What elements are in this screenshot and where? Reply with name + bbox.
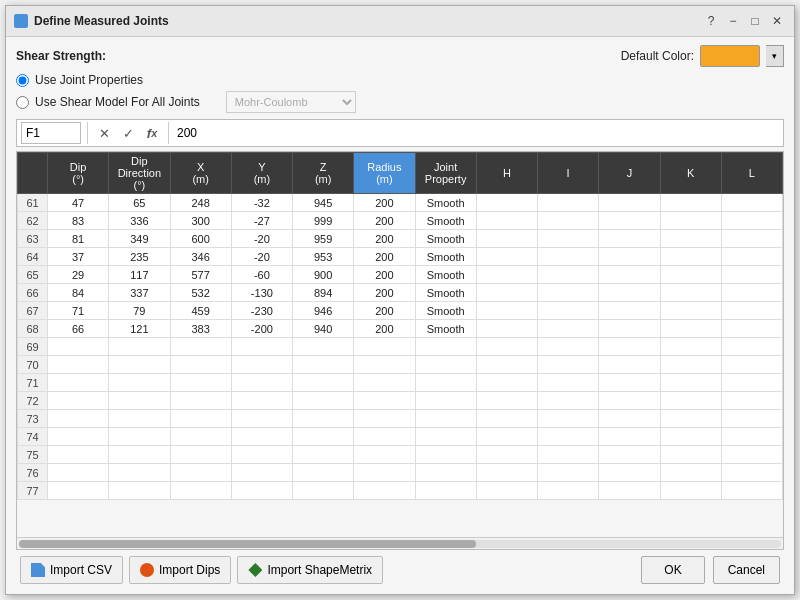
cell-h[interactable]: [476, 392, 537, 410]
scrollbar-thumb[interactable]: [19, 540, 476, 548]
cell-z[interactable]: [293, 410, 354, 428]
cell-j[interactable]: [599, 374, 660, 392]
import-dips-button[interactable]: Import Dips: [129, 556, 231, 584]
cell-radius[interactable]: [354, 482, 415, 500]
cell-z[interactable]: 999: [293, 212, 354, 230]
cell-dip_dir[interactable]: 336: [109, 212, 170, 230]
cell-l[interactable]: [721, 230, 782, 248]
cell-i[interactable]: [538, 302, 599, 320]
cell-joint_property[interactable]: Smooth: [415, 320, 476, 338]
cell-x[interactable]: [170, 446, 231, 464]
cell-dip[interactable]: 29: [48, 266, 109, 284]
cell-h[interactable]: [476, 212, 537, 230]
help-button[interactable]: ?: [702, 12, 720, 30]
cancel-button[interactable]: Cancel: [713, 556, 780, 584]
import-csv-button[interactable]: Import CSV: [20, 556, 123, 584]
cell-i[interactable]: [538, 464, 599, 482]
cell-h[interactable]: [476, 320, 537, 338]
cell-z[interactable]: 894: [293, 284, 354, 302]
cell-j[interactable]: [599, 302, 660, 320]
cell-y[interactable]: -200: [231, 320, 292, 338]
cell-x[interactable]: 248: [170, 194, 231, 212]
cancel-formula-button[interactable]: ✕: [94, 122, 114, 144]
cell-z[interactable]: 900: [293, 266, 354, 284]
cell-joint_property[interactable]: [415, 356, 476, 374]
cell-joint_property[interactable]: [415, 410, 476, 428]
cell-dip[interactable]: [48, 392, 109, 410]
cell-dip_dir[interactable]: 121: [109, 320, 170, 338]
cell-radius[interactable]: 200: [354, 266, 415, 284]
cell-dip[interactable]: [48, 464, 109, 482]
cell-dip[interactable]: 37: [48, 248, 109, 266]
cell-k[interactable]: [660, 356, 721, 374]
cell-z[interactable]: [293, 338, 354, 356]
cell-dip_dir[interactable]: 117: [109, 266, 170, 284]
cell-radius[interactable]: [354, 464, 415, 482]
cell-k[interactable]: [660, 230, 721, 248]
cell-h[interactable]: [476, 266, 537, 284]
cell-z[interactable]: 945: [293, 194, 354, 212]
cell-k[interactable]: [660, 212, 721, 230]
cell-dip[interactable]: [48, 410, 109, 428]
cell-dip_dir[interactable]: 79: [109, 302, 170, 320]
cell-radius[interactable]: [354, 428, 415, 446]
cell-j[interactable]: [599, 410, 660, 428]
cell-y[interactable]: [231, 374, 292, 392]
cell-x[interactable]: 600: [170, 230, 231, 248]
cell-j[interactable]: [599, 338, 660, 356]
cell-dip[interactable]: [48, 374, 109, 392]
cell-joint_property[interactable]: Smooth: [415, 284, 476, 302]
cell-l[interactable]: [721, 410, 782, 428]
cell-l[interactable]: [721, 338, 782, 356]
cell-x[interactable]: [170, 410, 231, 428]
cell-y[interactable]: -20: [231, 230, 292, 248]
cell-l[interactable]: [721, 428, 782, 446]
cell-h[interactable]: [476, 230, 537, 248]
cell-joint_property[interactable]: [415, 374, 476, 392]
cell-joint_property[interactable]: Smooth: [415, 266, 476, 284]
cell-dip_dir[interactable]: [109, 464, 170, 482]
cell-h[interactable]: [476, 428, 537, 446]
cell-i[interactable]: [538, 284, 599, 302]
cell-k[interactable]: [660, 446, 721, 464]
cell-h[interactable]: [476, 446, 537, 464]
cell-dip[interactable]: 71: [48, 302, 109, 320]
import-shapemetrix-button[interactable]: Import ShapeMetrix: [237, 556, 383, 584]
cell-i[interactable]: [538, 374, 599, 392]
cell-i[interactable]: [538, 446, 599, 464]
cell-k[interactable]: [660, 428, 721, 446]
cell-j[interactable]: [599, 284, 660, 302]
cell-joint_property[interactable]: Smooth: [415, 230, 476, 248]
cell-l[interactable]: [721, 302, 782, 320]
cell-dip_dir[interactable]: [109, 446, 170, 464]
cell-h[interactable]: [476, 374, 537, 392]
cell-dip[interactable]: 47: [48, 194, 109, 212]
cell-l[interactable]: [721, 374, 782, 392]
cell-dip_dir[interactable]: [109, 428, 170, 446]
cell-h[interactable]: [476, 284, 537, 302]
cell-h[interactable]: [476, 356, 537, 374]
cell-k[interactable]: [660, 248, 721, 266]
cell-dip[interactable]: [48, 446, 109, 464]
cell-radius[interactable]: 200: [354, 320, 415, 338]
cell-j[interactable]: [599, 356, 660, 374]
cell-k[interactable]: [660, 482, 721, 500]
cell-z[interactable]: 959: [293, 230, 354, 248]
cell-radius[interactable]: 200: [354, 248, 415, 266]
cell-h[interactable]: [476, 482, 537, 500]
cell-dip[interactable]: 66: [48, 320, 109, 338]
cell-l[interactable]: [721, 194, 782, 212]
cell-dip[interactable]: 84: [48, 284, 109, 302]
cell-joint_property[interactable]: Smooth: [415, 248, 476, 266]
cell-dip[interactable]: 83: [48, 212, 109, 230]
use-shear-model-radio[interactable]: [16, 96, 29, 109]
cell-x[interactable]: [170, 338, 231, 356]
cell-joint_property[interactable]: Smooth: [415, 212, 476, 230]
color-picker[interactable]: [700, 45, 760, 67]
cell-radius[interactable]: 200: [354, 230, 415, 248]
cell-x[interactable]: 346: [170, 248, 231, 266]
cell-i[interactable]: [538, 392, 599, 410]
cell-dip[interactable]: 81: [48, 230, 109, 248]
cell-y[interactable]: -32: [231, 194, 292, 212]
cell-k[interactable]: [660, 392, 721, 410]
